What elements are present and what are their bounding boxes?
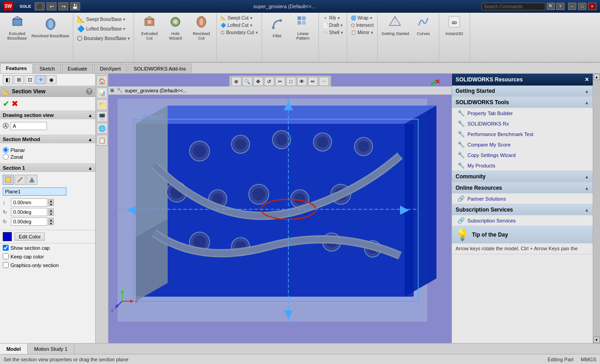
instant3d-btn[interactable]: 3D Instant3D bbox=[442, 15, 467, 37]
tab-evaluate[interactable]: Evaluate bbox=[62, 64, 93, 73]
graphics-only-checkbox[interactable] bbox=[3, 262, 9, 268]
lofted-boss-btn[interactable]: 🔷 Lofted Boss/Base ▾ bbox=[75, 24, 132, 33]
edit-color-btn[interactable]: Edit Color bbox=[15, 233, 45, 241]
getting-started-header[interactable]: Getting Started ▲ bbox=[452, 86, 593, 96]
rp-item-copy-settings[interactable]: 🔧 Copy Settings Wizard bbox=[452, 150, 593, 160]
section1-btn-square[interactable] bbox=[3, 175, 14, 185]
confirm-btn[interactable]: ✔ bbox=[3, 99, 10, 109]
boundary-boss-btn[interactable]: ⬡ Boundary Boss/Base ▾ bbox=[75, 34, 132, 43]
panel-icon-btn-3[interactable]: ⊡ bbox=[25, 75, 35, 84]
rp-item-subscription[interactable]: 🔗 Subscription Services bbox=[452, 215, 593, 226]
section1-btn-pencil[interactable] bbox=[15, 175, 26, 185]
right-panel-close-icon[interactable]: ✕ bbox=[585, 76, 589, 83]
fillet-btn[interactable]: Fillet bbox=[265, 15, 290, 42]
swept-boss-btn[interactable]: 📐 Swept Boss/Base ▾ bbox=[75, 15, 132, 24]
maximize-btn[interactable]: □ bbox=[578, 3, 586, 10]
panel-icon-btn-2[interactable]: ⊞ bbox=[14, 75, 24, 84]
extruded-cut-btn[interactable]: ExtrudedCut bbox=[137, 15, 162, 42]
rib-btn[interactable]: 🔹 Rib ▾ bbox=[321, 15, 345, 21]
revolved-boss-btn[interactable]: Revolved Boss/Base bbox=[31, 15, 70, 42]
plane-input[interactable] bbox=[3, 187, 67, 196]
minimize-btn[interactable]: ─ bbox=[568, 3, 576, 10]
panel-icon-btn-4[interactable]: ✧ bbox=[36, 75, 46, 84]
tab-dimxpert[interactable]: DimXpert bbox=[94, 64, 127, 73]
boundary-cut-btn[interactable]: ⬡ Boundary Cut ▾ bbox=[219, 29, 259, 36]
curves-btn[interactable]: Curves bbox=[411, 15, 436, 37]
model-viewport[interactable]: ⊕ 🔍 ✥ ↺ ✂ □ 👁 ✏ ⋯ ⊞ 🔧 super_groviera (De… bbox=[108, 74, 451, 343]
hole-wizard-btn[interactable]: HoleWizard bbox=[163, 15, 188, 42]
help-btn[interactable]: ? bbox=[556, 3, 564, 10]
svg-text:Plane1: Plane1 bbox=[143, 113, 163, 121]
scroll-down-btn[interactable]: ▼ bbox=[594, 337, 600, 343]
show-section-cap-checkbox[interactable] bbox=[3, 245, 9, 251]
panel-icon-btn-5[interactable]: ◉ bbox=[46, 75, 56, 84]
reference-geometry-btn[interactable]: Getting Started bbox=[380, 15, 410, 37]
search-input[interactable] bbox=[482, 3, 545, 10]
linear-pattern-btn[interactable]: LinearPattern bbox=[291, 15, 316, 42]
rib-label: Rib bbox=[329, 15, 336, 20]
wrap-btn[interactable]: 🌀 Wrap ▾ bbox=[349, 15, 375, 21]
scroll-up-btn[interactable]: ▲ bbox=[594, 74, 600, 80]
left-icon-folder[interactable]: 📁 bbox=[97, 99, 108, 110]
rot2-input[interactable] bbox=[11, 217, 47, 226]
tab-features[interactable]: Features bbox=[0, 63, 33, 73]
rot1-down-btn[interactable]: ▼ bbox=[48, 212, 54, 216]
bottom-tab-model[interactable]: Model bbox=[0, 344, 28, 354]
offset-up-btn[interactable]: ▲ bbox=[48, 199, 54, 202]
left-icon-display[interactable]: 🖥️ bbox=[97, 111, 108, 122]
search-btn[interactable]: 🔍 bbox=[547, 3, 555, 10]
swept-cut-icon: 📐 bbox=[221, 15, 226, 20]
rp-item-my-products[interactable]: 🔧 My Products bbox=[452, 160, 593, 171]
offset-down-btn[interactable]: ▼ bbox=[48, 202, 54, 206]
tree-expand-icon[interactable]: ⊞ bbox=[110, 88, 114, 93]
rot1-input[interactable] bbox=[11, 208, 47, 216]
offset-input[interactable] bbox=[11, 198, 47, 207]
rp-item-partner-solutions[interactable]: 🔗 Partner Solutions bbox=[452, 193, 593, 204]
swept-cut-btn[interactable]: 📐 Swept Cut ▾ bbox=[219, 15, 259, 21]
intersect-btn[interactable]: ⬡ Intersect bbox=[349, 22, 375, 29]
section1-header[interactable]: Section 1 ▲ bbox=[0, 164, 95, 172]
tab-sketch[interactable]: Sketch bbox=[34, 64, 61, 73]
tab-addins[interactable]: SOLIDWORKS Add-Ins bbox=[128, 64, 192, 73]
online-resources-header[interactable]: Online Resources ▲ bbox=[452, 182, 593, 193]
draft-btn[interactable]: 📄 Draft ▾ bbox=[321, 22, 345, 29]
rot2-down-btn[interactable]: ▼ bbox=[48, 222, 54, 225]
section1-btn-arrow[interactable] bbox=[26, 175, 37, 185]
left-icon-globe[interactable]: 🌐 bbox=[97, 123, 108, 134]
toolbar-btn[interactable]: ⬛ bbox=[35, 2, 45, 10]
toolbar-btn[interactable]: 💾 bbox=[70, 2, 80, 10]
rot1-up-btn[interactable]: ▲ bbox=[48, 208, 54, 212]
color-swatch[interactable] bbox=[3, 232, 12, 241]
revolved-cut-btn[interactable]: RevolvedCut bbox=[189, 15, 214, 42]
planar-radio[interactable] bbox=[3, 147, 9, 153]
right-scrollbar[interactable]: ▲ ▼ bbox=[593, 74, 600, 343]
lofted-cut-btn[interactable]: 🔷 Lofted Cut ▾ bbox=[219, 22, 259, 29]
rp-item-benchmark[interactable]: 🔧 Performance Benchmark Test bbox=[452, 129, 593, 139]
help-btn[interactable]: ? bbox=[86, 88, 92, 95]
extruded-boss-btn[interactable]: ExtrudedBoss/Base bbox=[5, 15, 30, 42]
rp-item-compare-score[interactable]: 🔧 Compare My Score bbox=[452, 139, 593, 150]
rot2-up-btn[interactable]: ▲ bbox=[48, 218, 54, 222]
cancel-btn[interactable]: ✖ bbox=[11, 99, 18, 109]
toolbar-btn[interactable]: ↪ bbox=[58, 2, 68, 10]
left-icon-chart[interactable]: 📊 bbox=[97, 87, 108, 98]
drawing-section-header[interactable]: Drawing section view ▲ bbox=[0, 111, 95, 119]
rp-item-sw-rx[interactable]: 🔧 SOLIDWORKS Rx bbox=[452, 118, 593, 129]
bottom-tab-motion-study[interactable]: Motion Study 1 bbox=[28, 344, 74, 354]
panel-icon-btn-1[interactable]: ◧ bbox=[3, 75, 13, 84]
subscription-services-header[interactable]: Subscription Services ▲ bbox=[452, 204, 593, 215]
community-header[interactable]: Community ▲ bbox=[452, 171, 593, 182]
keep-cap-color-checkbox[interactable] bbox=[3, 253, 9, 259]
mirror-btn[interactable]: 🪞 Mirror ▾ bbox=[349, 29, 375, 36]
left-icon-clipboard[interactable]: 📋 bbox=[97, 135, 108, 146]
rp-item-property-tab[interactable]: 🔧 Property Tab Builder bbox=[452, 108, 593, 118]
svg-point-13 bbox=[200, 18, 203, 25]
zonal-radio[interactable] bbox=[3, 154, 9, 160]
section-label-input[interactable] bbox=[10, 122, 47, 130]
close-btn[interactable]: ✕ bbox=[588, 3, 596, 10]
left-icon-home[interactable]: 🏠 bbox=[97, 76, 108, 86]
toolbar-btn[interactable]: ↩ bbox=[46, 2, 56, 10]
shell-btn[interactable]: 🐚 Shell ▾ bbox=[321, 29, 345, 36]
sw-tools-header[interactable]: SOLIDWORKS Tools ▲ bbox=[452, 97, 593, 108]
section-method-header[interactable]: Section Method ▲ bbox=[0, 135, 95, 143]
